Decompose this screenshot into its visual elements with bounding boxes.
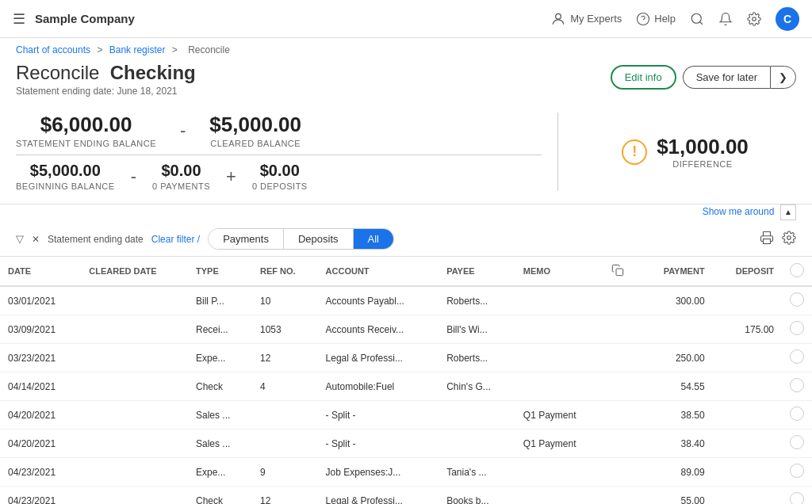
nav-icons: My Experts Help C xyxy=(550,7,799,31)
clear-filter-button[interactable]: Clear filter / xyxy=(151,234,200,245)
table-row[interactable]: 03/01/2021 Bill P... 10 Accounts Payabl.… xyxy=(0,286,812,315)
cell-ref-no: 12 xyxy=(252,487,318,505)
user-avatar[interactable]: C xyxy=(776,7,799,31)
cell-payee: Bill's Wi... xyxy=(439,315,515,344)
filter-bar-left: ▽ ✕ Statement ending date Clear filter /… xyxy=(16,222,394,256)
table-row[interactable]: 03/23/2021 Expe... 12 Legal & Professi..… xyxy=(0,344,812,372)
cleared-balance: $5,000.00 xyxy=(209,113,301,137)
cell-memo xyxy=(515,487,603,505)
select-all-checkbox[interactable] xyxy=(790,263,804,277)
cell-cleared-date xyxy=(81,401,188,430)
cell-memo xyxy=(515,344,603,372)
table-row[interactable]: 04/20/2021 Sales ... - Split - Q1 Paymen… xyxy=(0,401,812,430)
svg-point-2 xyxy=(691,13,701,23)
cell-type: Sales ... xyxy=(188,430,252,458)
cell-account: - Split - xyxy=(318,430,439,458)
cell-ref-no: 1053 xyxy=(252,315,318,344)
row-checkbox[interactable] xyxy=(790,292,804,307)
beginning-balance: $5,000.00 xyxy=(16,162,115,180)
plus-sign: + xyxy=(226,166,236,187)
filter-text: Statement ending date xyxy=(48,234,144,245)
payments-amount: $0.00 xyxy=(152,162,210,180)
payments-label: 0 PAYMENTS xyxy=(152,181,210,191)
cell-payee: Tania's ... xyxy=(439,458,515,487)
search-nav[interactable] xyxy=(690,12,704,26)
row-checkbox[interactable] xyxy=(790,492,804,504)
my-experts-nav[interactable]: My Experts xyxy=(550,11,622,27)
scroll-up-button[interactable]: ▲ xyxy=(780,204,796,220)
tab-deposits[interactable]: Deposits xyxy=(284,229,354,249)
row-checkbox[interactable] xyxy=(790,378,804,392)
transactions-table: DATE CLEARED DATE TYPE REF NO. ACCOUNT P… xyxy=(0,257,812,504)
svg-rect-5 xyxy=(764,239,771,244)
cell-deposit xyxy=(713,344,782,372)
help-nav[interactable]: Help xyxy=(636,12,676,26)
cell-icon xyxy=(603,315,640,344)
save-for-later-button[interactable]: Save for later xyxy=(683,66,770,89)
cell-payee: Roberts... xyxy=(439,286,515,315)
cell-cleared-date xyxy=(81,430,188,458)
cell-checkbox[interactable] xyxy=(782,315,812,344)
cell-date: 04/20/2021 xyxy=(0,430,81,458)
save-dropdown-button[interactable]: ❯ xyxy=(770,66,796,89)
table-row[interactable]: 03/09/2021 Recei... 1053 Accounts Receiv… xyxy=(0,315,812,344)
cell-account: Accounts Receiv... xyxy=(318,315,439,344)
cell-payment: 250.00 xyxy=(640,344,713,372)
top-nav: ☰ Sample Company My Experts Help xyxy=(0,0,812,38)
col-deposit: DEPOSIT xyxy=(713,257,782,286)
save-for-later-group: Save for later ❯ xyxy=(683,66,796,89)
col-cleared-date: CLEARED DATE xyxy=(81,257,188,286)
notifications-nav[interactable] xyxy=(718,12,733,26)
tab-all[interactable]: All xyxy=(354,229,393,249)
svg-point-4 xyxy=(753,17,756,21)
edit-info-button[interactable]: Edit info xyxy=(611,65,676,90)
filter-icon[interactable]: ▽ xyxy=(16,233,24,245)
cell-checkbox[interactable] xyxy=(782,344,812,372)
cell-checkbox[interactable] xyxy=(782,487,812,505)
page-title: Reconcile Checking xyxy=(16,62,196,83)
cell-checkbox[interactable] xyxy=(782,401,812,430)
summary-section: $6,000.00 STATEMENT ENDING BALANCE - $5,… xyxy=(0,106,812,204)
cell-checkbox[interactable] xyxy=(782,430,812,458)
bell-icon xyxy=(718,12,733,26)
table-settings-icon[interactable] xyxy=(782,231,796,247)
cell-cleared-date xyxy=(81,344,188,372)
cell-account: Legal & Professi... xyxy=(318,344,439,372)
table-row[interactable]: 04/23/2021 Check 12 Legal & Professi... … xyxy=(0,487,812,505)
cell-deposit xyxy=(713,458,782,487)
cell-icon xyxy=(603,487,640,505)
tab-payments[interactable]: Payments xyxy=(209,229,284,249)
cell-type: Check xyxy=(188,487,252,505)
print-icon[interactable] xyxy=(760,231,774,247)
deposits-block: $0.00 0 DEPOSITS xyxy=(252,162,308,191)
row-checkbox[interactable] xyxy=(790,464,804,478)
settings-nav[interactable] xyxy=(747,12,761,26)
table-row[interactable]: 04/20/2021 Sales ... - Split - Q1 Paymen… xyxy=(0,430,812,458)
hamburger-icon[interactable]: ☰ xyxy=(13,10,25,28)
filter-close-icon[interactable]: ✕ xyxy=(32,234,40,245)
cell-icon xyxy=(603,458,640,487)
show-around-button[interactable]: Show me around xyxy=(703,206,775,217)
table-row[interactable]: 04/23/2021 Expe... 9 Job Expenses:J... T… xyxy=(0,458,812,487)
breadcrumb-bank-register-link[interactable]: Bank register xyxy=(109,44,166,55)
row-checkbox[interactable] xyxy=(790,435,804,449)
row-checkbox[interactable] xyxy=(790,321,804,335)
show-around-area: Show me around ▲ xyxy=(0,204,812,222)
cell-checkbox[interactable] xyxy=(782,372,812,401)
breadcrumb-chart-link[interactable]: Chart of accounts xyxy=(16,44,90,55)
cell-deposit xyxy=(713,401,782,430)
table-scroll-area[interactable]: DATE CLEARED DATE TYPE REF NO. ACCOUNT P… xyxy=(0,257,812,504)
cell-payment: 300.00 xyxy=(640,286,713,315)
cell-payment: 89.09 xyxy=(640,458,713,487)
filter-bar: ▽ ✕ Statement ending date Clear filter /… xyxy=(0,222,812,257)
page-header-right: Edit info Save for later ❯ xyxy=(611,65,796,90)
cell-checkbox[interactable] xyxy=(782,458,812,487)
cell-icon xyxy=(603,344,640,372)
table-row[interactable]: 04/14/2021 Check 4 Automobile:Fuel Chin'… xyxy=(0,372,812,401)
deposits-label: 0 DEPOSITS xyxy=(252,181,308,191)
col-payment: PAYMENT xyxy=(640,257,713,286)
row-checkbox[interactable] xyxy=(790,349,804,364)
deposits-amount: $0.00 xyxy=(252,162,308,180)
row-checkbox[interactable] xyxy=(790,407,804,421)
cell-checkbox[interactable] xyxy=(782,286,812,315)
